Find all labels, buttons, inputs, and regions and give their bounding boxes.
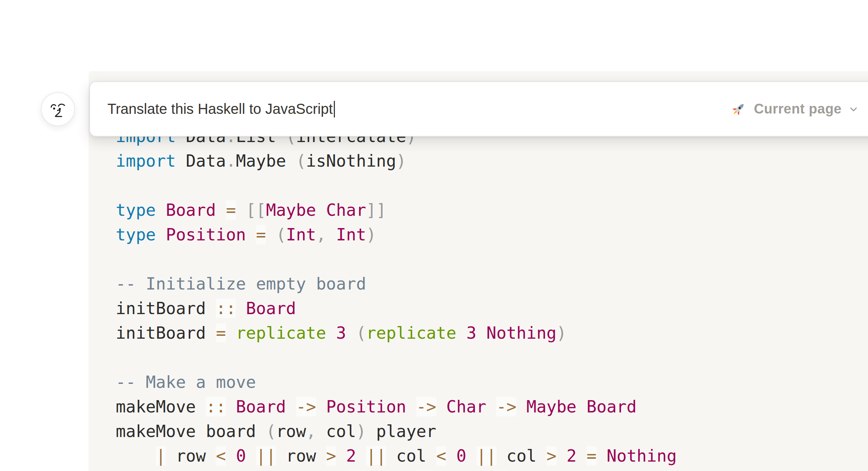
notion-ai-face-icon xyxy=(41,92,75,126)
code-token xyxy=(576,397,587,416)
code-token xyxy=(476,323,486,343)
code-token: Maybe xyxy=(266,200,316,220)
code-token xyxy=(226,397,236,416)
code-line: -- Initialize empty board xyxy=(116,271,868,296)
code-token: makeMove xyxy=(116,397,206,416)
code-token: initBoard xyxy=(116,299,216,318)
code-token: 0 xyxy=(236,446,246,466)
code-token xyxy=(406,397,416,416)
code-token: Nothing xyxy=(486,323,557,343)
code-token xyxy=(226,323,236,343)
code-token: ( xyxy=(266,421,276,441)
code-token: || xyxy=(476,446,496,466)
code-token: . xyxy=(226,151,236,171)
code-token: col xyxy=(497,446,546,466)
code-token: row xyxy=(166,446,216,466)
code-token: > xyxy=(546,446,557,466)
code-token xyxy=(156,225,166,244)
code-line: import Data.Maybe (isNothing) xyxy=(116,149,868,173)
code-token: :: xyxy=(206,397,226,416)
code-token: col xyxy=(316,421,356,441)
code-token: 3 xyxy=(336,323,346,343)
text-caret xyxy=(334,101,335,117)
code-token xyxy=(326,323,336,343)
code-line xyxy=(116,345,868,370)
code-token xyxy=(456,323,467,343)
code-token: Data xyxy=(176,151,226,171)
code-line xyxy=(116,247,868,271)
code-token xyxy=(597,446,607,466)
code-line: | isNothing (board !! row !! col) = Just… xyxy=(116,468,868,471)
code-token: [[ xyxy=(246,200,266,220)
code-token: Position xyxy=(326,397,407,416)
ai-input-bar[interactable]: Translate this Haskell to JavaScript Cu xyxy=(89,81,868,137)
code-line xyxy=(116,173,868,198)
code-token: ( xyxy=(276,225,286,244)
code-token: Int xyxy=(336,225,366,244)
code-token: Board xyxy=(246,299,296,318)
code-token: :: xyxy=(216,299,236,318)
code-token: row xyxy=(276,421,306,441)
code-token: -> xyxy=(296,397,316,416)
code-token xyxy=(116,446,156,466)
code-token: Char xyxy=(326,200,366,220)
code-token xyxy=(336,446,346,466)
code-line: -- Make a move xyxy=(116,370,868,394)
code-token: isNothing xyxy=(306,151,396,171)
code-token: -- Make a move xyxy=(116,372,256,392)
code-token: Board xyxy=(587,397,637,416)
code-token xyxy=(236,299,246,318)
code-token xyxy=(246,446,256,466)
code-token xyxy=(226,446,236,466)
code-token xyxy=(436,397,446,416)
code-token: > xyxy=(326,446,336,466)
code-token: ]] xyxy=(366,200,386,220)
code-token: import xyxy=(116,151,176,171)
code-token: ( xyxy=(356,323,366,343)
code-token xyxy=(326,225,336,244)
code-token: , xyxy=(306,421,316,441)
code-token xyxy=(486,397,497,416)
code-token: Board xyxy=(236,397,286,416)
code-token: -> xyxy=(416,397,436,416)
code-token: type xyxy=(116,225,156,244)
code-token: type xyxy=(116,200,156,220)
code-token xyxy=(576,446,587,466)
code-token: , xyxy=(316,225,326,244)
code-token: replicate xyxy=(236,323,326,343)
code-line: initBoard :: Board xyxy=(116,296,868,321)
ai-input[interactable]: Translate this Haskell to JavaScript xyxy=(107,101,335,117)
code-token: Nothing xyxy=(607,446,677,466)
ai-input-value: Translate this Haskell to JavaScript xyxy=(107,101,333,117)
code-token xyxy=(516,397,527,416)
code-token: ) xyxy=(557,323,567,343)
code-token xyxy=(246,225,256,244)
code-token: replicate xyxy=(366,323,456,343)
code-token: = xyxy=(587,446,597,466)
code-token: || xyxy=(256,446,276,466)
context-selector-button[interactable]: Current page xyxy=(729,100,859,118)
code-token xyxy=(286,397,296,416)
code-line: type Board = [[Maybe Char]] xyxy=(116,198,868,222)
code-token xyxy=(156,200,166,220)
code-token xyxy=(446,446,456,466)
code-token: Char xyxy=(446,397,486,416)
code-token: = xyxy=(216,323,226,343)
code-token: makeMove board xyxy=(116,421,266,441)
context-selector-label: Current page xyxy=(754,101,842,117)
code-token: Position xyxy=(166,225,246,244)
code-token: || xyxy=(366,446,386,466)
code-token: Int xyxy=(286,225,316,244)
chevron-down-icon xyxy=(848,104,859,115)
code-token xyxy=(316,397,326,416)
code-token: = xyxy=(226,200,236,220)
code-token: Maybe xyxy=(527,397,576,416)
code-line: | row < 0 || row > 2 || col < 0 || col >… xyxy=(116,444,868,468)
code-token: Maybe xyxy=(236,151,296,171)
code-token: initBoard xyxy=(116,323,216,343)
code-token xyxy=(356,446,366,466)
code-token: 2 xyxy=(346,446,356,466)
code-token: ) xyxy=(396,151,406,171)
code-line: type Position = (Int, Int) xyxy=(116,222,868,247)
code-token xyxy=(466,446,476,466)
